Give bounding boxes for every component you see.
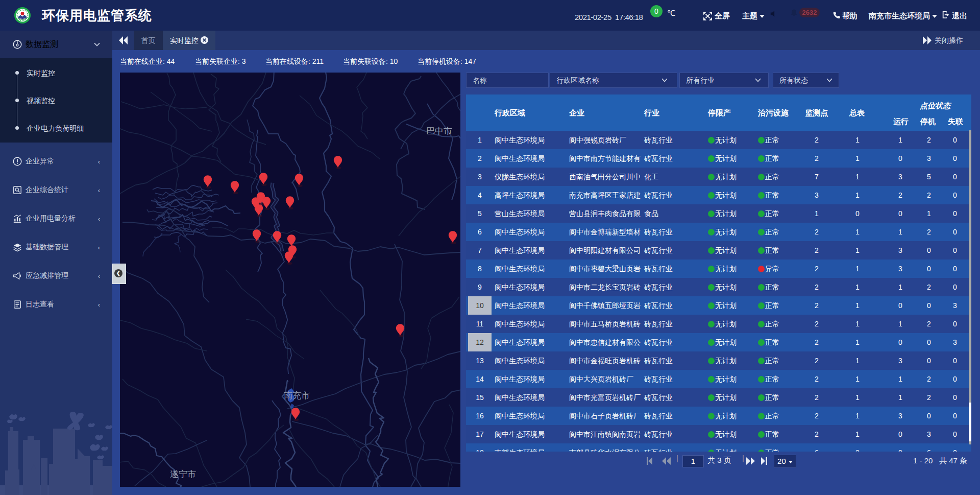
svg-text:南充市: 南充市 (284, 391, 310, 400)
svg-text:巴中市: 巴中市 (426, 126, 452, 136)
svg-text:遂宁市: 遂宁市 (170, 469, 196, 479)
